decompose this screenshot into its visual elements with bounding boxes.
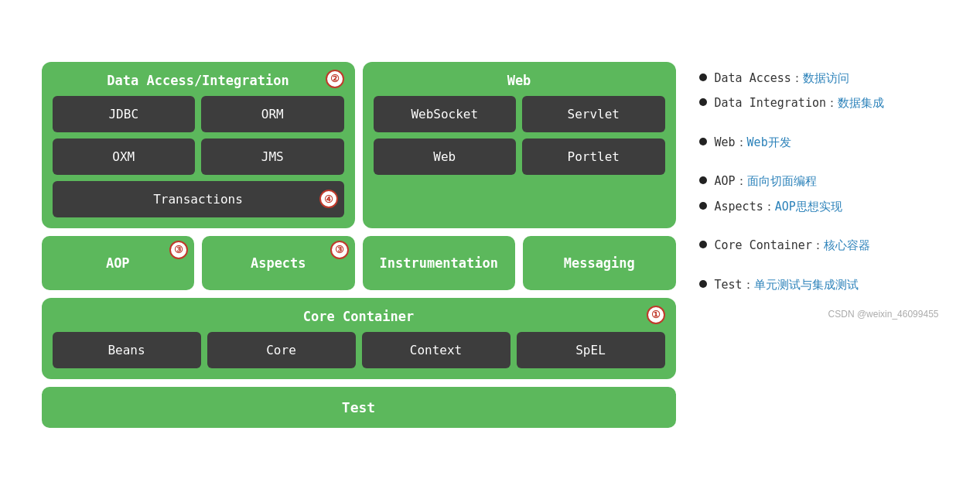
spring-diagram: Data Access/Integration ② JDBC ORM OXM J… bbox=[42, 62, 676, 428]
legend-test-key: Test： bbox=[715, 278, 754, 292]
servlet-cell: Servlet bbox=[522, 96, 665, 132]
core-container-box: Core Container ① Beans Core Context SpEL bbox=[42, 298, 676, 379]
legend-test-value: 单元测试与集成测试 bbox=[754, 278, 859, 292]
web-grid: WebSocket Servlet Web Portlet bbox=[374, 96, 665, 175]
portlet-cell: Portlet bbox=[522, 138, 665, 175]
legend-web-key: Web： bbox=[715, 135, 747, 149]
legend-core-container-value: 核心容器 bbox=[824, 238, 870, 252]
legend-aop-text: AOP：面向切面编程 bbox=[715, 173, 817, 190]
legend-data-access-key: Data Access： bbox=[715, 71, 803, 85]
jms-cell: JMS bbox=[201, 138, 344, 175]
web-title: Web bbox=[374, 73, 665, 88]
legend: Data Access：数据访问 Data Integration：数据集成 W… bbox=[699, 62, 939, 320]
core-grid: Beans Core Context SpEL bbox=[53, 332, 665, 368]
legend-test: Test：单元测试与集成测试 bbox=[699, 276, 939, 294]
csdn-credit: CSDN @weixin_46099455 bbox=[699, 309, 939, 320]
bullet-data-integration bbox=[699, 98, 707, 106]
web-cell: Web bbox=[374, 138, 517, 175]
test-box: Test bbox=[42, 387, 676, 428]
circle-2: ② bbox=[326, 70, 344, 88]
row-top: Data Access/Integration ② JDBC ORM OXM J… bbox=[42, 62, 676, 228]
page-container: Data Access/Integration ② JDBC ORM OXM J… bbox=[26, 46, 954, 443]
spacer-3 bbox=[699, 223, 939, 229]
legend-aspects-text: Aspects：AOP思想实现 bbox=[715, 198, 842, 216]
context-cell: Context bbox=[362, 332, 510, 368]
aop-box: AOP ③ bbox=[42, 236, 195, 290]
legend-core-container-text: Core Container：核心容器 bbox=[715, 237, 870, 255]
core-cell: Core bbox=[207, 332, 356, 368]
legend-data-access: Data Access：数据访问 bbox=[699, 70, 939, 87]
row-middle: AOP ③ Aspects ③ Instrumentation Messagin… bbox=[42, 236, 676, 290]
legend-aspects: Aspects：AOP思想实现 bbox=[699, 198, 939, 216]
circle-3-aop: ③ bbox=[169, 241, 188, 259]
spacer-1 bbox=[699, 120, 939, 126]
bullet-core-container bbox=[699, 241, 707, 248]
legend-aop-key: AOP： bbox=[715, 174, 747, 188]
bullet-aspects bbox=[699, 202, 707, 210]
data-access-title: Data Access/Integration bbox=[53, 73, 344, 88]
legend-aop: AOP：面向切面编程 bbox=[699, 173, 939, 190]
legend-core-container: Core Container：核心容器 bbox=[699, 237, 939, 255]
legend-aspects-key: Aspects： bbox=[715, 200, 775, 214]
bullet-data-access bbox=[699, 74, 707, 81]
legend-data-integration-text: Data Integration：数据集成 bbox=[715, 94, 885, 112]
websocket-cell: WebSocket bbox=[374, 96, 517, 132]
messaging-box: Messaging bbox=[523, 236, 676, 290]
data-access-grid: JDBC ORM OXM JMS Transactions ④ bbox=[53, 96, 344, 217]
legend-data-access-text: Data Access：数据访问 bbox=[715, 70, 849, 87]
circle-1: ① bbox=[647, 306, 665, 324]
web-box: Web WebSocket Servlet Web Portlet bbox=[363, 62, 676, 228]
data-access-box: Data Access/Integration ② JDBC ORM OXM J… bbox=[42, 62, 355, 228]
legend-core-container-key: Core Container： bbox=[715, 238, 824, 252]
legend-data-integration-key: Data Integration： bbox=[715, 96, 838, 110]
instrumentation-box: Instrumentation bbox=[363, 236, 516, 290]
spacer-2 bbox=[699, 159, 939, 165]
circle-4: ④ bbox=[319, 190, 338, 208]
legend-data-access-value: 数据访问 bbox=[803, 71, 849, 85]
spel-cell: SpEL bbox=[517, 332, 665, 368]
legend-web-value: Web开发 bbox=[747, 135, 791, 149]
legend-data-integration-value: 数据集成 bbox=[838, 96, 884, 110]
legend-aop-value: 面向切面编程 bbox=[747, 174, 817, 188]
oxm-cell: OXM bbox=[53, 138, 196, 175]
transactions-cell: Transactions ④ bbox=[53, 181, 344, 217]
legend-data-integration: Data Integration：数据集成 bbox=[699, 94, 939, 112]
legend-web-text: Web：Web开发 bbox=[715, 134, 791, 152]
bullet-test bbox=[699, 280, 707, 288]
aspects-box: Aspects ③ bbox=[202, 236, 355, 290]
bullet-web bbox=[699, 138, 707, 145]
bullet-aop bbox=[699, 176, 707, 184]
beans-cell: Beans bbox=[53, 332, 201, 368]
legend-web: Web：Web开发 bbox=[699, 134, 939, 152]
legend-aspects-value: AOP思想实现 bbox=[775, 200, 842, 214]
jdbc-cell: JDBC bbox=[53, 96, 196, 132]
circle-3-aspects: ③ bbox=[330, 241, 349, 259]
legend-test-text: Test：单元测试与集成测试 bbox=[715, 276, 859, 294]
spacer-4 bbox=[699, 262, 939, 268]
orm-cell: ORM bbox=[201, 96, 344, 132]
core-container-title: Core Container bbox=[53, 309, 665, 324]
